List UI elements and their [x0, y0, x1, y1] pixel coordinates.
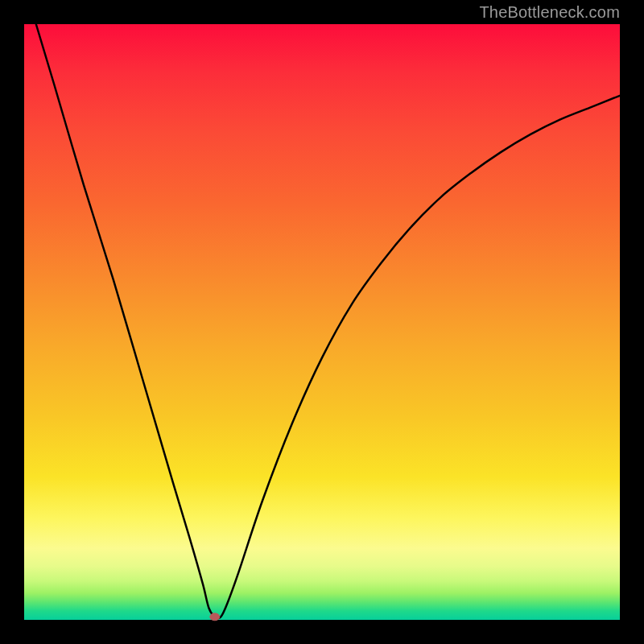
chart-frame: TheBottleneck.com: [0, 0, 644, 644]
bottleneck-curve: [36, 24, 620, 618]
plot-area: [24, 24, 620, 620]
minimum-marker: [210, 613, 220, 621]
watermark-text: TheBottleneck.com: [479, 3, 620, 22]
curve-svg: [24, 24, 620, 620]
